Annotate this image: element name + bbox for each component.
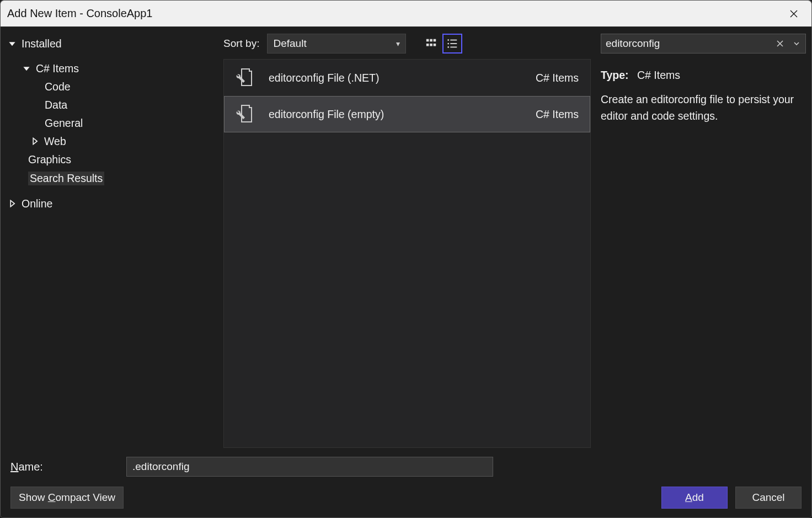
template-item-editorconfig-empty[interactable]: editorconfig File (empty) C# Items — [224, 96, 590, 132]
view-details-button[interactable] — [442, 34, 462, 54]
titlebar: Add New Item - ConsoleApp1 — [1, 1, 811, 27]
tree-label: Installed — [22, 38, 62, 50]
template-toolbar: Sort by: Default ▾ — [221, 27, 593, 59]
tree-label: Code — [45, 81, 71, 93]
footer: Name: Show Compact View Add Cancel — [1, 450, 811, 517]
view-medium-icons-button[interactable] — [421, 34, 441, 54]
tree-item-search-results[interactable]: Search Results — [1, 169, 221, 188]
tree-item-graphics[interactable]: Graphics — [1, 151, 221, 169]
chevron-down-icon: ▾ — [396, 39, 400, 48]
tree-item-data[interactable]: Data — [1, 96, 221, 114]
svg-rect-0 — [426, 39, 429, 42]
tree-label: Online — [22, 197, 52, 210]
expand-collapse-icon — [23, 62, 30, 75]
svg-point-6 — [448, 39, 450, 41]
tree-item-general[interactable]: General — [1, 114, 221, 132]
tree-label: General — [45, 117, 83, 130]
svg-rect-9 — [451, 43, 457, 44]
sortby-dropdown[interactable]: Default ▾ — [267, 34, 406, 54]
type-label: Type: — [601, 69, 629, 81]
svg-rect-1 — [430, 39, 433, 42]
svg-rect-7 — [451, 40, 457, 41]
template-item-editorconfig-dotnet[interactable]: editorconfig File (.NET) C# Items — [224, 60, 590, 96]
svg-point-10 — [448, 46, 450, 48]
show-compact-view-button[interactable]: Show Compact View — [10, 487, 124, 509]
template-details: Type: C# Items Create an editorconfig fi… — [601, 67, 806, 125]
expand-collapse-icon — [8, 38, 16, 50]
svg-rect-2 — [434, 39, 436, 42]
add-button[interactable]: Add — [661, 487, 728, 509]
close-icon — [776, 40, 784, 47]
close-button[interactable] — [783, 3, 805, 25]
name-label: Name: — [10, 461, 115, 473]
search-input[interactable] — [606, 38, 770, 50]
tree-item-installed[interactable]: Installed — [1, 35, 221, 53]
search-input-container — [601, 34, 806, 54]
file-wrench-icon — [230, 103, 255, 125]
template-category: C# Items — [536, 108, 579, 121]
category-sidebar: Installed C# Items Code Data General Web… — [1, 27, 221, 450]
tree-label: Graphics — [28, 153, 71, 166]
main-area: Installed C# Items Code Data General Web… — [1, 27, 811, 450]
svg-rect-5 — [434, 44, 436, 46]
type-value: C# Items — [637, 69, 680, 81]
cancel-button[interactable]: Cancel — [735, 487, 802, 509]
sortby-label: Sort by: — [223, 38, 259, 50]
template-panel: Sort by: Default ▾ editorconfig File (.N… — [221, 27, 593, 450]
tree-item-web[interactable]: Web — [1, 132, 221, 151]
details-panel: Type: C# Items Create an editorconfig fi… — [593, 27, 811, 450]
template-label: editorconfig File (.NET) — [269, 72, 522, 84]
expand-collapse-icon — [31, 135, 39, 148]
clear-search-button[interactable] — [773, 35, 787, 52]
tree-item-csharp-items[interactable]: C# Items — [1, 60, 221, 78]
template-list: editorconfig File (.NET) C# Items editor… — [223, 59, 591, 448]
close-icon — [789, 9, 798, 18]
tree-item-code[interactable]: Code — [1, 78, 221, 96]
chevron-down-icon — [794, 41, 799, 46]
tree-label: C# Items — [36, 62, 79, 75]
search-options-dropdown[interactable] — [790, 35, 803, 52]
list-icon — [446, 38, 458, 50]
svg-rect-11 — [451, 47, 457, 48]
file-wrench-icon — [230, 67, 255, 89]
name-input[interactable] — [126, 457, 493, 477]
template-label: editorconfig File (empty) — [269, 108, 522, 121]
svg-rect-3 — [426, 44, 429, 46]
window-title: Add New Item - ConsoleApp1 — [7, 7, 152, 20]
svg-point-8 — [448, 43, 450, 45]
sortby-value: Default — [273, 38, 306, 50]
grid-icon — [425, 38, 437, 50]
template-category: C# Items — [536, 72, 579, 84]
svg-rect-4 — [430, 44, 433, 46]
tree-label: Web — [44, 135, 66, 148]
expand-collapse-icon — [8, 197, 16, 210]
tree-item-online[interactable]: Online — [1, 195, 221, 213]
tree-label: Search Results — [28, 172, 104, 185]
tree-label: Data — [45, 99, 67, 111]
template-description: Create an editorconfig file to persist y… — [601, 91, 806, 124]
